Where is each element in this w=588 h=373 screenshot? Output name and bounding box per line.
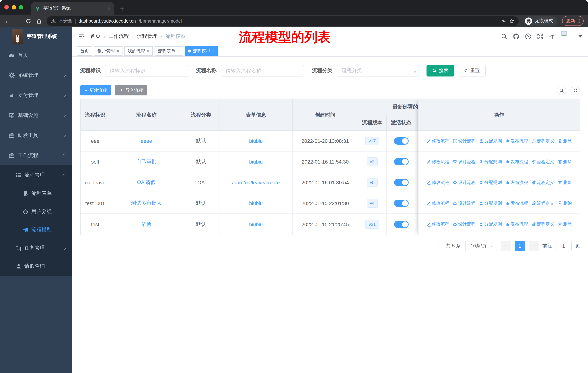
process-name-link[interactable]: 滔博 <box>141 221 151 227</box>
minimize-window-button[interactable] <box>12 5 16 10</box>
sidebar-item-process-management[interactable]: 流程管理 <box>0 166 72 184</box>
close-icon[interactable]: × <box>117 49 119 53</box>
tag-process-form[interactable]: 流程表单× <box>155 46 183 56</box>
refresh-table-button[interactable] <box>570 86 580 95</box>
design-process-link[interactable]: 设计流程 <box>452 179 475 186</box>
browser-tab[interactable]: 芋道管理系统 × <box>31 2 114 15</box>
status-toggle[interactable] <box>394 158 409 165</box>
sidebar-item-process-form[interactable]: 流程表单 <box>0 184 72 202</box>
avatar[interactable] <box>560 30 573 43</box>
forward-icon[interactable]: → <box>15 18 21 24</box>
close-window-button[interactable] <box>4 5 9 10</box>
caret-down-icon[interactable] <box>578 35 582 38</box>
process-category-select[interactable]: 流程分类 <box>337 65 420 77</box>
process-definition-link[interactable]: 流程定义 <box>531 159 554 165</box>
design-process-link[interactable]: 设计流程 <box>452 221 475 227</box>
new-tab-button[interactable]: + <box>120 5 124 12</box>
show-search-button[interactable] <box>557 86 566 95</box>
font-size-icon[interactable]: TT <box>549 34 555 39</box>
bookmark-star-icon[interactable] <box>509 18 514 23</box>
github-icon[interactable] <box>513 33 519 40</box>
delete-link[interactable]: 删除 <box>557 138 572 144</box>
delete-link[interactable]: 删除 <box>557 159 572 165</box>
page-size-select[interactable]: 10条/页 <box>465 241 497 251</box>
process-name-link[interactable]: 自己审批 <box>136 159 157 165</box>
password-key-icon[interactable] <box>501 18 506 23</box>
tag-process-model[interactable]: 流程模型× <box>185 46 218 56</box>
tab-close-icon[interactable]: × <box>107 6 110 11</box>
process-name-link[interactable]: eeee <box>141 138 152 144</box>
publish-process-link[interactable]: 发布流程 <box>505 159 528 165</box>
form-info-link[interactable]: biubiu <box>249 200 263 206</box>
process-definition-link[interactable]: 流程定义 <box>531 221 554 227</box>
zoom-window-button[interactable] <box>19 5 23 10</box>
help-icon[interactable] <box>525 33 531 40</box>
goto-page-input[interactable] <box>556 241 572 251</box>
assign-rule-link[interactable]: 分配规则 <box>479 159 502 165</box>
assign-rule-link[interactable]: 分配规则 <box>479 200 502 206</box>
status-toggle[interactable] <box>394 179 409 186</box>
edit-process-link[interactable]: 修改流程 <box>426 221 449 227</box>
sidebar-item-infrastructure[interactable]: 基础设施 <box>0 105 72 125</box>
process-name-input[interactable] <box>221 65 304 77</box>
sidebar-item-workflow[interactable]: 工作流程 <box>0 145 72 165</box>
home-icon[interactable] <box>36 18 42 24</box>
edit-process-link[interactable]: 修改流程 <box>426 159 449 165</box>
close-icon[interactable]: × <box>147 49 149 53</box>
browser-update-button[interactable]: 更新 <box>562 16 584 26</box>
publish-process-link[interactable]: 发布流程 <box>505 200 528 206</box>
assign-rule-link[interactable]: 分配规则 <box>479 221 502 227</box>
search-button[interactable]: 搜索 <box>427 65 454 77</box>
status-toggle[interactable] <box>394 200 409 207</box>
design-process-link[interactable]: 设计流程 <box>452 138 475 144</box>
assign-rule-link[interactable]: 分配规则 <box>479 138 502 144</box>
publish-process-link[interactable]: 发布流程 <box>505 138 528 144</box>
publish-process-link[interactable]: 发布流程 <box>505 221 528 227</box>
address-bar[interactable]: 不安全 dashboard.yudao.iocoder.cn/bpm/manag… <box>47 16 519 26</box>
form-info-link[interactable]: biubiu <box>249 138 263 144</box>
reset-button[interactable]: 重置 <box>458 65 486 77</box>
breadcrumb-process-management[interactable]: 流程管理 <box>137 33 158 40</box>
breadcrumb-home[interactable]: 首页 <box>90 33 101 40</box>
process-name-link[interactable]: 测试多审批人 <box>131 200 162 207</box>
create-process-button[interactable]: + 新建流程 <box>80 85 111 95</box>
search-icon[interactable] <box>501 33 507 40</box>
breadcrumb-workflow[interactable]: 工作流程 <box>109 33 129 40</box>
fullscreen-icon[interactable] <box>537 33 543 40</box>
close-icon[interactable]: × <box>212 49 215 53</box>
process-definition-link[interactable]: 流程定义 <box>531 200 554 206</box>
form-info-link[interactable]: biubiu <box>249 221 263 227</box>
delete-link[interactable]: 删除 <box>557 179 572 186</box>
sidebar-item-task-management[interactable]: 任务管理 <box>0 239 72 257</box>
edit-process-link[interactable]: 修改流程 <box>426 200 449 206</box>
publish-process-link[interactable]: 发布流程 <box>505 179 528 186</box>
status-toggle[interactable] <box>394 137 409 145</box>
tag-tenant[interactable]: 租户管理× <box>94 46 123 56</box>
form-info-link[interactable]: /bpm/oa/leave/create <box>232 180 280 185</box>
design-process-link[interactable]: 设计流程 <box>452 200 475 206</box>
sidebar-item-system[interactable]: 系统管理 <box>0 65 72 85</box>
edit-process-link[interactable]: 修改流程 <box>426 138 449 144</box>
page-1-button[interactable]: 1 <box>515 241 525 251</box>
hamburger-icon[interactable] <box>78 33 84 40</box>
browser-menu-icon[interactable] <box>578 19 580 23</box>
delete-link[interactable]: 删除 <box>557 200 572 206</box>
process-definition-link[interactable]: 流程定义 <box>531 138 554 144</box>
design-process-link[interactable]: 设计流程 <box>452 159 475 165</box>
tag-my-process[interactable]: 我的流程× <box>124 46 153 56</box>
process-id-input[interactable] <box>105 65 188 77</box>
sidebar-item-user-group[interactable]: 用户分组 <box>0 202 72 221</box>
delete-link[interactable]: 删除 <box>557 221 572 227</box>
tag-home[interactable]: 首页 <box>77 46 92 56</box>
process-definition-link[interactable]: 流程定义 <box>531 179 554 186</box>
prev-page-button[interactable] <box>501 241 511 251</box>
status-toggle[interactable] <box>394 221 409 228</box>
assign-rule-link[interactable]: 分配规则 <box>479 179 502 186</box>
process-name-link[interactable]: OA 请假 <box>137 179 156 186</box>
reload-icon[interactable] <box>26 18 31 24</box>
sidebar-item-dev-tools[interactable]: 研发工具 <box>0 125 72 145</box>
import-process-button[interactable]: 导入流程 <box>115 85 147 95</box>
back-icon[interactable]: ← <box>4 18 10 24</box>
sidebar-item-process-model[interactable]: 流程模型 <box>0 221 72 239</box>
next-page-button[interactable] <box>529 241 539 251</box>
